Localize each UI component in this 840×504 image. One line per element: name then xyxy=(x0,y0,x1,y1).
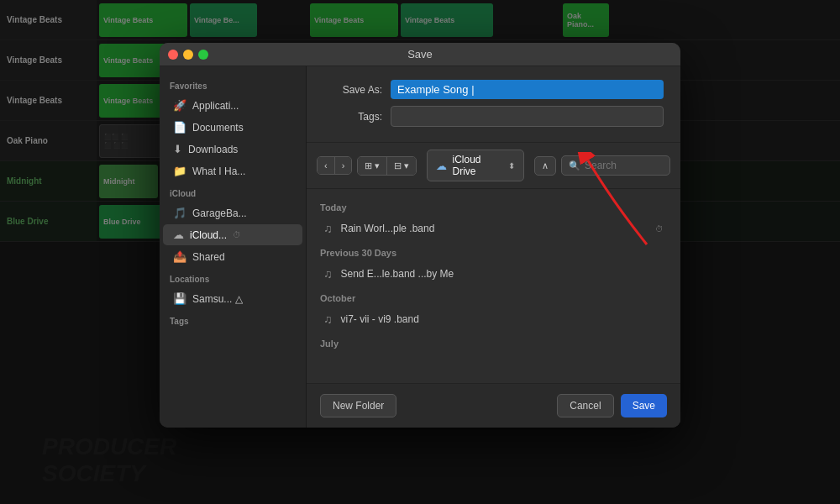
chevron-updown-icon: ⬍ xyxy=(508,161,515,171)
modal-overlay: Save Favorites 🚀 Applicati... 📄 Document… xyxy=(0,0,840,504)
locations-section-label: Locations xyxy=(160,268,306,287)
view-columns-button[interactable]: ⊞ ▾ xyxy=(358,157,386,175)
garageband-icon: 🎵 xyxy=(173,207,186,219)
sidebar-item-documents[interactable]: 📄 Documents xyxy=(163,117,302,138)
sidebar-item-whatIHa[interactable]: 📁 What I Ha... xyxy=(163,160,302,181)
tags-section-label: Tags xyxy=(160,310,306,329)
sidebar-item-applications[interactable]: 🚀 Applicati... xyxy=(163,95,302,116)
search-input[interactable] xyxy=(585,160,652,171)
file-list: Today ♫ Rain Worl...ple .band ⏱ Previous… xyxy=(307,189,680,383)
file-item-send-file[interactable]: ♫ Send E...le.band ...by Me xyxy=(310,262,677,286)
shared-icon: 📤 xyxy=(173,250,186,263)
file-name: vi7- vii - vi9 .band xyxy=(341,313,664,325)
downloads-icon: ⬇ xyxy=(173,143,182,155)
minimize-button[interactable] xyxy=(183,50,193,60)
sidebar-item-label: Downloads xyxy=(188,144,238,155)
expand-button[interactable]: ∧ xyxy=(534,156,556,176)
file-item-rain-world[interactable]: ♫ Rain Worl...ple .band ⏱ xyxy=(310,217,677,240)
october-header: October xyxy=(307,286,680,307)
view-grid-button[interactable]: ⊟ ▾ xyxy=(386,157,416,175)
cancel-button[interactable]: Cancel xyxy=(557,394,613,417)
sidebar-item-label: iCloud... xyxy=(190,229,227,241)
dialog-main: Save As: Tags: ‹ › ⊞ ▾ xyxy=(307,66,680,428)
file-music-icon: ♫ xyxy=(323,312,333,326)
dialog-body: Favorites 🚀 Applicati... 📄 Documents ⬇ D… xyxy=(160,66,680,428)
today-header: Today xyxy=(307,196,680,216)
view-button-group: ⊞ ▾ ⊟ ▾ xyxy=(357,156,417,176)
sidebar-item-label: GarageBa... xyxy=(192,207,247,219)
search-box: 🔍 xyxy=(561,155,670,176)
sidebar-item-samsung[interactable]: 💾 Samsu... △ xyxy=(163,288,302,309)
file-item-vi7[interactable]: ♫ vi7- vii - vi9 .band xyxy=(310,307,677,331)
applications-icon: 🚀 xyxy=(173,99,186,112)
new-folder-button[interactable]: New Folder xyxy=(320,394,396,417)
save-as-label: Save As: xyxy=(323,84,382,96)
dialog-title: Save xyxy=(407,48,433,60)
documents-icon: 📄 xyxy=(173,121,186,134)
nav-button-group: ‹ › xyxy=(317,156,352,175)
location-label: iCloud Drive xyxy=(452,154,503,177)
file-music-icon: ♫ xyxy=(323,267,333,281)
sync-badge: ⏱ xyxy=(655,224,664,234)
footer-actions: Cancel Save xyxy=(557,394,667,417)
forward-button[interactable]: › xyxy=(334,157,352,174)
file-name: Rain Worl...ple .band xyxy=(341,223,648,234)
previous30-header: Previous 30 Days xyxy=(307,241,680,261)
file-name: Send E...le.band ...by Me xyxy=(341,268,664,280)
dialog-footer: New Folder Cancel Save xyxy=(307,383,680,428)
dialog-toolbar: ‹ › ⊞ ▾ ⊟ ▾ ☁ iCloud Drive ⬍ ∧ 🔍 xyxy=(307,143,680,189)
sync-badge: ⏱ xyxy=(233,230,241,239)
sidebar-item-icloud-drive[interactable]: ☁ iCloud... ⏱ xyxy=(163,224,302,245)
sidebar-item-label: Samsu... △ xyxy=(192,293,243,305)
save-as-form: Save As: Tags: xyxy=(307,66,680,143)
sidebar-item-downloads[interactable]: ⬇ Downloads xyxy=(163,139,302,160)
search-icon: 🔍 xyxy=(569,160,580,171)
save-dialog: Save Favorites 🚀 Applicati... 📄 Document… xyxy=(160,43,680,428)
tags-row: Tags: xyxy=(323,106,664,127)
favorites-section-label: Favorites xyxy=(160,75,306,94)
icloud-section-label: iCloud xyxy=(160,182,306,202)
close-button[interactable] xyxy=(168,50,178,60)
july-header: July xyxy=(307,332,680,352)
titlebar-buttons xyxy=(168,50,208,60)
sidebar-item-garageband[interactable]: 🎵 GarageBa... xyxy=(163,202,302,223)
sidebar-item-label: What I Ha... xyxy=(192,165,245,177)
icloud-icon: ☁ xyxy=(173,228,184,241)
sidebar-item-label: Documents xyxy=(192,122,244,134)
tags-label: Tags: xyxy=(323,111,382,123)
back-button[interactable]: ‹ xyxy=(318,157,334,174)
save-button[interactable]: Save xyxy=(621,394,667,417)
file-music-icon: ♫ xyxy=(323,222,333,235)
location-dropdown[interactable]: ☁ iCloud Drive ⬍ xyxy=(427,150,524,181)
cloud-icon: ☁ xyxy=(436,160,447,172)
tags-input[interactable] xyxy=(391,106,664,127)
drive-icon: 💾 xyxy=(173,292,186,305)
save-as-input[interactable] xyxy=(391,80,664,99)
sidebar-item-shared[interactable]: 📤 Shared xyxy=(163,246,302,267)
maximize-button[interactable] xyxy=(198,50,208,60)
sidebar-item-label: Applicati... xyxy=(192,100,239,112)
dialog-titlebar: Save xyxy=(160,43,680,66)
sidebar-item-label: Shared xyxy=(192,251,225,263)
folder-icon: 📁 xyxy=(173,165,186,177)
save-as-row: Save As: xyxy=(323,80,664,99)
dialog-sidebar: Favorites 🚀 Applicati... 📄 Documents ⬇ D… xyxy=(160,66,307,428)
